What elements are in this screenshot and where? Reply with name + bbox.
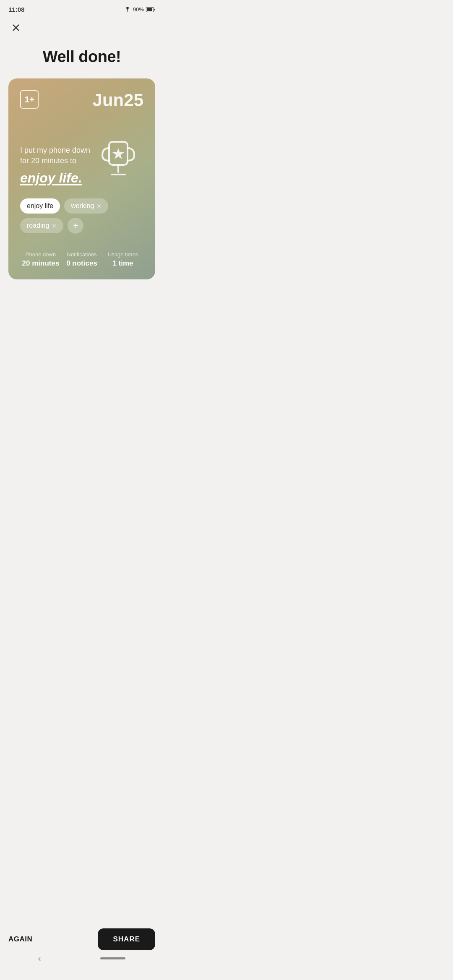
tag-working[interactable]: working ✕ <box>64 198 108 214</box>
card-text-block: I put my phone down for 20 minutes to en… <box>20 145 93 186</box>
stat-phone-down-label: Phone down <box>20 251 61 258</box>
oneplus-logo: 1+ <box>20 90 39 109</box>
card-date-pre: Jun <box>93 90 124 110</box>
card-subtitle: I put my phone down for 20 minutes to <box>20 145 93 166</box>
card-date: Jun25 <box>93 90 143 110</box>
stat-notifications-value: 0 notices <box>61 259 102 268</box>
oneplus-logo-icon: 1+ <box>24 94 35 105</box>
tag-label-reading: reading <box>27 222 49 229</box>
stat-phone-down-value: 20 minutes <box>20 259 61 268</box>
stat-usage-value: 1 time <box>102 259 143 268</box>
card-header: 1+ Jun25 <box>20 90 143 110</box>
stat-usage-label: Usage times <box>102 251 143 258</box>
wifi-icon <box>124 7 131 12</box>
add-tag-button[interactable]: + <box>68 218 83 234</box>
status-time: 11:08 <box>8 6 24 13</box>
card-body: I put my phone down for 20 minutes to en… <box>20 136 143 186</box>
status-icons: 90% <box>124 6 155 13</box>
svg-marker-6 <box>112 148 124 159</box>
stat-phone-down: Phone down 20 minutes <box>20 251 61 268</box>
trophy-svg <box>95 138 141 184</box>
battery-icon <box>146 7 155 12</box>
svg-text:1+: 1+ <box>25 95 34 104</box>
svg-rect-1 <box>147 8 152 11</box>
achievement-card: 1+ Jun25 I put my phone down for 20 minu… <box>8 78 155 279</box>
stat-notifications: Notifications 0 notices <box>61 251 102 268</box>
tag-enjoy-life[interactable]: enjoy life <box>20 198 60 214</box>
tag-remove-reading[interactable]: ✕ <box>52 222 57 229</box>
stat-notifications-label: Notifications <box>61 251 102 258</box>
tags-container: enjoy life working ✕ reading ✕ + <box>20 198 143 234</box>
stat-usage: Usage times 1 time <box>102 251 143 268</box>
tag-reading[interactable]: reading ✕ <box>20 218 63 233</box>
tag-label-enjoy-life: enjoy life <box>27 202 53 210</box>
card-stats: Phone down 20 minutes Notifications 0 no… <box>20 247 143 268</box>
battery-percent: 90% <box>133 6 144 13</box>
page-title: Well done! <box>8 48 155 66</box>
tag-label-working: working <box>71 202 94 210</box>
status-bar: 11:08 90% <box>0 0 164 17</box>
tag-remove-working[interactable]: ✕ <box>96 203 102 209</box>
close-icon <box>11 23 21 32</box>
card-date-num: 25 <box>124 90 143 110</box>
card-main-text: enjoy life. <box>20 170 93 186</box>
close-button[interactable] <box>8 20 23 35</box>
trophy-icon <box>93 136 143 186</box>
